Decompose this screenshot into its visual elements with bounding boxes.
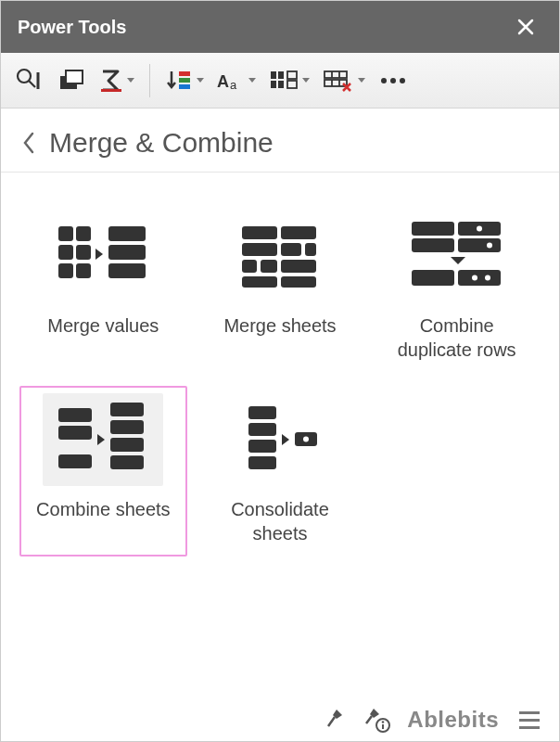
remove-tool-icon[interactable]: [319, 61, 369, 100]
svg-text:a: a: [230, 78, 237, 92]
toolbar-separator: [149, 64, 150, 97]
tool-label: Merge sheets: [223, 313, 336, 338]
svg-rect-52: [458, 270, 501, 286]
svg-line-1: [29, 81, 35, 87]
combine-sheets-icon: [43, 393, 163, 486]
svg-point-53: [472, 275, 477, 281]
tool-label: Consolidate sheets: [206, 497, 354, 545]
svg-rect-36: [281, 226, 316, 239]
hamburger-icon[interactable]: [515, 708, 543, 733]
svg-rect-72: [382, 724, 384, 729]
svg-point-23: [381, 78, 387, 83]
toolbar: A a: [1, 53, 559, 109]
sum-tool-icon[interactable]: [95, 61, 138, 100]
svg-rect-61: [110, 455, 144, 469]
more-tools-icon[interactable]: [375, 61, 412, 100]
brand-label: Ablebits: [407, 707, 499, 733]
svg-rect-58: [110, 403, 144, 416]
svg-rect-7: [179, 78, 190, 83]
chevron-down-icon: [248, 78, 256, 83]
svg-rect-28: [58, 245, 73, 260]
window-title: Power Tools: [18, 17, 126, 38]
text-tool-icon[interactable]: A a: [213, 61, 260, 100]
tool-consolidate-sheets[interactable]: Consolidate sheets: [197, 386, 364, 556]
svg-rect-11: [271, 71, 276, 79]
svg-rect-45: [412, 222, 454, 236]
pin-info-icon[interactable]: [363, 707, 390, 733]
split-tool-icon[interactable]: [265, 61, 313, 100]
tool-combine-duplicate-rows[interactable]: Combine duplicate rows: [373, 202, 541, 373]
chevron-down-icon: [302, 78, 310, 83]
tool-merge-sheets[interactable]: Merge sheets: [197, 202, 364, 373]
merge-values-icon: [43, 210, 163, 302]
svg-text:A: A: [217, 72, 229, 91]
svg-rect-35: [242, 226, 277, 239]
svg-point-0: [18, 70, 31, 83]
svg-rect-38: [281, 243, 301, 256]
tool-label: Combine duplicate rows: [383, 313, 531, 362]
tool-label: Merge values: [47, 313, 159, 338]
svg-rect-62: [248, 406, 276, 419]
svg-rect-60: [110, 438, 144, 452]
tool-merge-values[interactable]: Merge values: [19, 202, 187, 373]
svg-rect-37: [242, 243, 277, 256]
svg-rect-63: [248, 423, 276, 436]
close-icon[interactable]: [509, 14, 542, 40]
svg-rect-65: [248, 456, 276, 469]
back-icon[interactable]: [18, 131, 40, 155]
svg-rect-6: [179, 71, 190, 76]
svg-rect-44: [281, 276, 316, 288]
dedupe-tool-icon[interactable]: [10, 61, 47, 100]
svg-rect-12: [278, 71, 284, 79]
pin-icon[interactable]: [324, 708, 346, 732]
svg-rect-56: [58, 426, 92, 440]
footer: Ablebits: [324, 707, 543, 733]
svg-rect-30: [58, 263, 73, 278]
svg-rect-17: [325, 71, 347, 78]
svg-rect-31: [76, 263, 91, 278]
chevron-down-icon: [358, 78, 365, 83]
svg-rect-13: [271, 81, 276, 88]
titlebar: Power Tools: [1, 1, 559, 53]
chevron-down-icon: [197, 78, 204, 83]
sort-color-tool-icon[interactable]: [161, 61, 208, 100]
tool-combine-sheets[interactable]: Combine sheets: [19, 386, 187, 556]
tool-label: Combine sheets: [36, 497, 171, 521]
svg-point-24: [390, 78, 396, 83]
breadcrumb: Merge & Combine: [1, 109, 559, 173]
svg-rect-59: [110, 420, 144, 434]
svg-rect-26: [58, 226, 73, 241]
page-title: Merge & Combine: [49, 127, 274, 159]
svg-line-69: [366, 716, 372, 723]
svg-point-54: [485, 275, 490, 281]
svg-line-68: [328, 717, 335, 726]
consolidate-sheets-icon: [220, 393, 340, 486]
chevron-down-icon: [127, 78, 134, 83]
svg-rect-42: [281, 260, 316, 273]
svg-rect-16: [287, 81, 297, 88]
svg-rect-43: [242, 276, 277, 288]
svg-rect-40: [242, 260, 257, 273]
svg-rect-15: [287, 71, 297, 79]
svg-rect-49: [458, 238, 501, 252]
svg-point-25: [400, 78, 405, 83]
compare-tool-icon[interactable]: [53, 61, 90, 100]
svg-point-71: [382, 721, 385, 723]
svg-rect-29: [76, 245, 91, 260]
svg-rect-32: [108, 226, 146, 241]
svg-rect-41: [261, 260, 277, 273]
combine-duplicate-rows-icon: [397, 210, 517, 302]
svg-point-50: [487, 243, 492, 249]
svg-rect-33: [108, 245, 146, 260]
svg-rect-57: [58, 454, 92, 468]
svg-point-67: [303, 437, 309, 442]
svg-point-47: [477, 226, 482, 232]
svg-rect-27: [76, 226, 91, 241]
svg-rect-34: [108, 263, 146, 278]
svg-rect-64: [248, 440, 276, 453]
svg-rect-8: [179, 84, 190, 89]
svg-rect-55: [58, 408, 92, 422]
svg-rect-48: [412, 238, 454, 252]
merge-sheets-icon: [220, 210, 340, 302]
svg-rect-14: [278, 81, 284, 88]
